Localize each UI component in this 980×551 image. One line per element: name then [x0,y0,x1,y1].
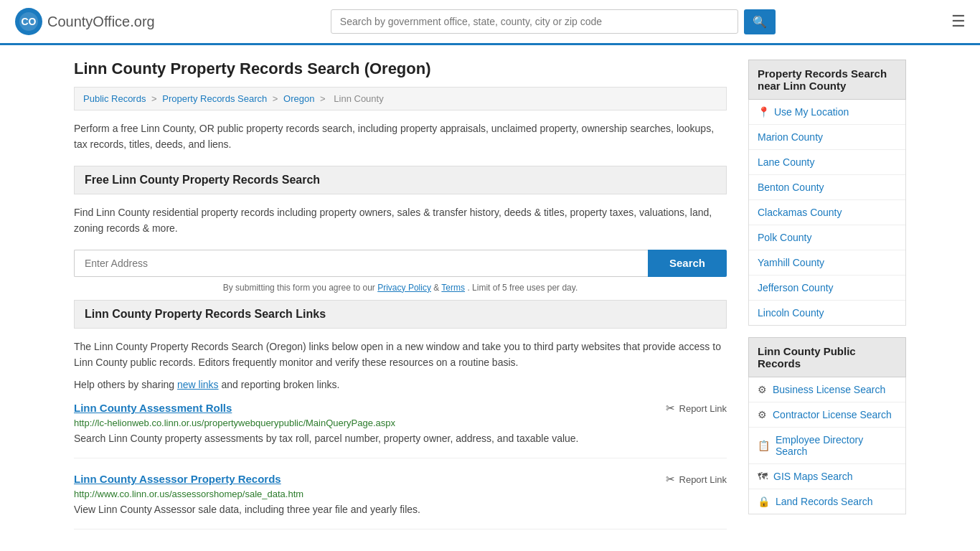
business-license-icon: ⚙ [758,384,767,395]
svg-text:CO: CO [22,16,37,27]
sidebar-item-jefferson[interactable]: Jefferson County [749,276,905,301]
breadcrumb-sep-3: > [320,93,328,104]
public-records-section-title: Linn County Public Records [748,337,906,377]
breadcrumb-sep-1: > [151,93,159,104]
public-record-gis-maps[interactable]: 🗺 GIS Maps Search [749,464,905,489]
main-container: Linn County Property Records Search (Ore… [60,45,920,551]
breadcrumb: Public Records > Property Records Search… [74,87,727,110]
record-desc-assessor-records: View Linn County Assessor sale data, inc… [74,502,727,517]
use-my-location-link[interactable]: Use My Location [774,106,849,118]
report-link-button-2[interactable]: ✂ Report Link [666,473,727,486]
hamburger-menu-button[interactable]: ☰ [951,12,966,31]
report-icon-2: ✂ [666,473,675,486]
terms-link[interactable]: Terms [441,283,465,293]
header-search-input[interactable] [331,9,738,34]
sidebar-item-marion[interactable]: Marion County [749,125,905,150]
header-search-button[interactable]: 🔍 [744,9,776,34]
report-icon-1: ✂ [666,402,675,415]
public-record-employee-directory[interactable]: 📋 Employee Directory Search [749,428,905,464]
page-title: Linn County Property Records Search (Ore… [74,60,727,78]
record-title-assessor-records[interactable]: Linn County Assessor Property Records [74,473,281,485]
nearby-section-title: Property Records Search near Linn County [748,60,906,100]
address-search-button[interactable]: Search [648,250,727,277]
employee-directory-icon: 📋 [758,440,770,451]
report-link-button-1[interactable]: ✂ Report Link [666,402,727,415]
share-text: Help others by sharing new links and rep… [74,379,727,390]
address-input[interactable] [74,250,648,277]
links-section-heading: Linn County Property Records Search Link… [74,300,727,329]
sidebar-item-benton[interactable]: Benton County [749,175,905,200]
form-disclaimer: By submitting this form you agree to our… [74,283,727,293]
breadcrumb-linn-county: Linn County [334,93,383,104]
record-url-assessment-rolls[interactable]: http://lc-helionweb.co.linn.or.us/proper… [74,418,727,428]
privacy-policy-link[interactable]: Privacy Policy [377,283,431,293]
land-records-icon: 🔒 [758,496,770,507]
logo: CO CountyOffice.org [14,7,155,36]
new-links-link[interactable]: new links [177,379,219,390]
header-search-area: 🔍 [331,9,776,34]
breadcrumb-public-records[interactable]: Public Records [83,93,146,104]
sidebar-item-polk[interactable]: Polk County [749,225,905,250]
record-desc-assessment-rolls: Search Linn County property assessments … [74,431,727,446]
public-record-contractor-license[interactable]: ⚙ Contractor License Search [749,402,905,428]
public-records-list: ⚙ Business License Search ⚙ Contractor L… [748,377,906,514]
links-description: The Linn County Property Records Search … [74,339,727,371]
sidebar: Property Records Search near Linn County… [748,60,906,544]
header: CO CountyOffice.org 🔍 ☰ [0,0,980,45]
breadcrumb-sep-2: > [273,93,281,104]
free-search-heading: Free Linn County Property Records Search [74,166,727,194]
sidebar-item-clackamas[interactable]: Clackamas County [749,200,905,225]
content-area: Linn County Property Records Search (Ore… [74,60,727,544]
address-search-form: Search By submitting this form you agree… [74,250,727,293]
sidebar-item-lincoln[interactable]: Lincoln County [749,301,905,325]
free-search-description: Find Linn County residential property re… [74,204,727,237]
logo-icon: CO [14,7,43,36]
page-description: Perform a free Linn County, OR public pr… [74,121,727,153]
hamburger-icon: ☰ [951,12,966,30]
record-item-assessment-rolls: Linn County Assessment Rolls ✂ Report Li… [74,402,727,458]
sidebar-item-lane[interactable]: Lane County [749,150,905,175]
record-title-assessment-rolls[interactable]: Linn County Assessment Rolls [74,402,232,414]
location-pin-icon: 📍 [758,106,770,118]
breadcrumb-oregon[interactable]: Oregon [283,93,314,104]
record-url-assessor-records[interactable]: http://www.co.linn.or.us/assessorshomep/… [74,489,727,499]
use-my-location-item[interactable]: 📍 Use My Location [749,100,905,125]
nearby-counties-list: 📍 Use My Location Marion County Lane Cou… [748,100,906,326]
record-item-assessor-records: Linn County Assessor Property Records ✂ … [74,473,727,529]
search-icon: 🔍 [753,16,767,28]
logo-text: CountyOffice.org [47,14,155,30]
breadcrumb-property-records[interactable]: Property Records Search [162,93,267,104]
public-record-land-records[interactable]: 🔒 Land Records Search [749,489,905,514]
public-record-business-license[interactable]: ⚙ Business License Search [749,377,905,402]
contractor-license-icon: ⚙ [758,409,767,420]
gis-maps-icon: 🗺 [758,471,768,482]
sidebar-item-yamhill[interactable]: Yamhill County [749,250,905,276]
